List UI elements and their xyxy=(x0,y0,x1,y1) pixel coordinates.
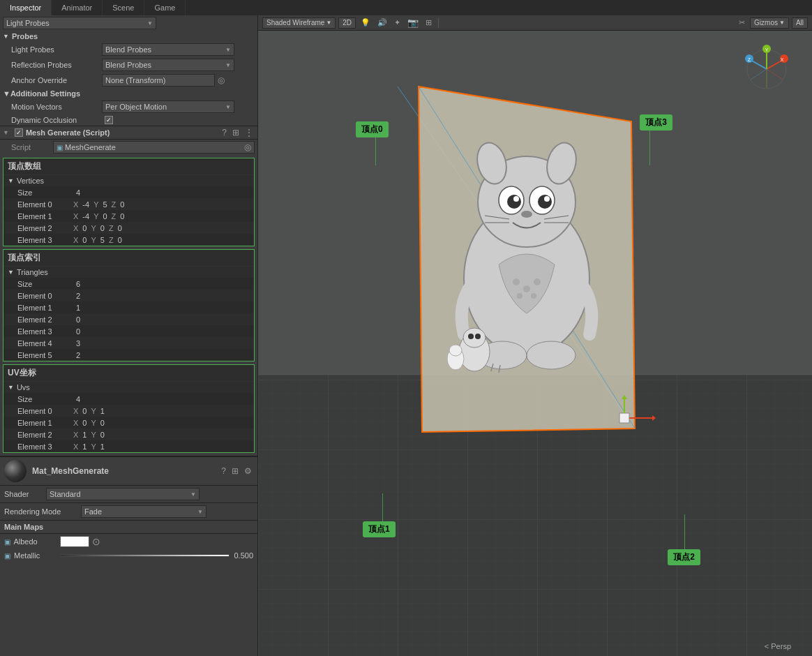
grid-icon[interactable]: ⊞ xyxy=(423,18,434,27)
albedo-color-swatch[interactable] xyxy=(60,536,89,547)
vertices-section-header[interactable]: ▼ Vertices xyxy=(3,175,254,186)
reflection-probes-dropdown[interactable]: Blend Probes ▼ xyxy=(102,59,234,71)
inspector-tab-label: Inspector xyxy=(10,3,41,12)
gizmos-button[interactable]: Gizmos ▼ xyxy=(750,17,789,29)
axis-indicator: X Y Z xyxy=(742,45,791,94)
motion-vectors-label: Motion Vectors xyxy=(11,103,102,111)
motion-vectors-dropdown[interactable]: Per Object Motion ▼ xyxy=(102,100,234,113)
material-menu-icon[interactable]: ⚙ xyxy=(243,466,253,476)
shaded-wireframe-arrow: ▼ xyxy=(326,20,331,26)
uv-title-cn: UV坐标 xyxy=(8,367,250,379)
reflection-probes-value-container: Blend Probes ▼ xyxy=(102,59,255,71)
all-button[interactable]: All xyxy=(792,17,808,29)
uv-section-header[interactable]: ▼ Uvs xyxy=(3,382,254,393)
script-menu-icon[interactable]: ⋮ xyxy=(243,128,255,137)
animator-tab[interactable]: Animator xyxy=(52,0,103,15)
albedo-picker-icon[interactable]: ⊙ xyxy=(92,536,100,547)
triangles-size-row: Size 6 xyxy=(3,278,254,290)
transform-icon[interactable]: ✂ xyxy=(737,18,747,27)
probes-header-label: Probes xyxy=(12,32,38,40)
script-enabled-checkbox[interactable] xyxy=(15,128,23,137)
vertices-element-1: Element 1 X-4 Y0 Z0 xyxy=(3,210,254,222)
shader-dropdown[interactable]: Standard ▼ xyxy=(46,488,200,500)
light-probes-dropdown[interactable]: Blend Probes ▼ xyxy=(102,43,234,56)
uv-section-label: Uvs xyxy=(17,383,30,392)
light-probes-top-dropdown[interactable]: Light Probes ▼ xyxy=(3,17,156,29)
material-settings-icon[interactable]: ⊞ xyxy=(230,466,240,476)
shaded-wireframe-label: Shaded Wireframe xyxy=(266,19,324,27)
reflection-probes-dropdown-value: Blend Probes xyxy=(105,61,151,69)
vertex-2-line xyxy=(684,514,686,549)
vertex-label-0: 顶点0 xyxy=(356,121,389,137)
uv-element-0: Element 0 X0 Y1 xyxy=(3,405,254,417)
material-help-icon[interactable]: ? xyxy=(220,466,227,476)
script-settings-icon[interactable]: ⊞ xyxy=(231,128,241,137)
script-collapse-arrow[interactable]: ▼ xyxy=(3,129,9,136)
uv-element-3: Element 3 X1 Y1 xyxy=(3,440,254,452)
viewport-toolbar: Shaded Wireframe ▼ 2D 💡 🔊 ✦ 📷 ⊞ ✂ Gizmos… xyxy=(258,15,812,31)
vertices-size-row: Size 4 xyxy=(3,186,254,198)
tri-element-4: Element 4 3 xyxy=(3,337,254,349)
additional-settings-header[interactable]: ▼ Additional Settings xyxy=(0,88,257,99)
vertex-3-line xyxy=(649,131,651,165)
vertices-element-2: Element 2 X0 Y0 Z0 xyxy=(3,222,254,234)
rendering-mode-dropdown[interactable]: Fade ▼ xyxy=(81,505,206,518)
top-tabs-bar: Inspector Animator Scene Game xyxy=(0,0,812,15)
svg-point-36 xyxy=(475,334,481,339)
reflection-probes-row: Reflection Probes Blend Probes ▼ xyxy=(0,57,257,73)
vertex-0-badge: 顶点0 xyxy=(356,121,389,137)
viewport: Shaded Wireframe ▼ 2D 💡 🔊 ✦ 📷 ⊞ ✂ Gizmos… xyxy=(258,15,812,656)
probes-section-header[interactable]: ▼ Probes xyxy=(0,31,257,42)
fx-icon[interactable]: ✦ xyxy=(392,18,403,27)
albedo-mesh-icon: ▣ xyxy=(4,538,10,546)
vertex-0-text: 顶点0 xyxy=(361,124,383,134)
audio-icon[interactable]: 🔊 xyxy=(375,18,389,27)
metallic-row: ▣ Metallic 0.500 xyxy=(0,549,257,562)
camera-icon[interactable]: 📷 xyxy=(405,17,421,28)
anchor-override-input[interactable]: None (Transform) xyxy=(102,74,215,87)
additional-settings-label: Additional Settings xyxy=(10,89,80,98)
albedo-row: ▣ Albedo ⊙ xyxy=(0,534,257,549)
game-tab[interactable]: Game xyxy=(144,0,186,15)
target-icon[interactable]: ◎ xyxy=(218,75,225,85)
svg-point-14 xyxy=(507,195,521,209)
svg-text:X: X xyxy=(781,57,784,62)
script-icon-group: ? ⊞ ⋮ xyxy=(220,128,255,137)
uv-size-label: Size xyxy=(17,395,73,403)
svg-point-18 xyxy=(521,211,532,218)
script-target-icon[interactable]: ◎ xyxy=(244,142,251,152)
scene-tab[interactable]: Scene xyxy=(103,0,144,15)
dynamic-occlusion-label: Dynamic Occlusion xyxy=(11,116,102,124)
light-probes-value-container: Blend Probes ▼ xyxy=(102,43,255,56)
svg-text:Z: Z xyxy=(748,57,751,62)
svg-rect-39 xyxy=(619,413,629,423)
main-maps-header: Main Maps xyxy=(0,521,257,534)
metallic-slider[interactable] xyxy=(60,554,230,557)
triangles-section-label: Triangles xyxy=(17,268,48,276)
anchor-override-row: Anchor Override None (Transform) ◎ xyxy=(0,73,257,88)
rendering-mode-value: Fade xyxy=(84,507,102,516)
game-tab-label: Game xyxy=(154,3,175,12)
script-value: ▣ MeshGenerate ◎ xyxy=(53,141,255,154)
dynamic-occlusion-row: Dynamic Occlusion xyxy=(0,114,257,126)
svg-point-26 xyxy=(517,293,522,299)
all-label: All xyxy=(796,19,804,27)
scene-tab-label: Scene xyxy=(112,3,134,12)
triangles-section-header[interactable]: ▼ Triangles xyxy=(3,267,254,278)
svg-line-56 xyxy=(751,69,767,80)
animator-tab-label: Animator xyxy=(61,3,92,12)
light-probes-top-value: Light Probes xyxy=(6,19,50,27)
shaded-wireframe-button[interactable]: Shaded Wireframe ▼ xyxy=(262,17,336,29)
script-help-icon[interactable]: ? xyxy=(220,128,228,137)
inspector-tab[interactable]: Inspector xyxy=(0,0,52,15)
uv-element-2: Element 2 X1 Y0 xyxy=(3,428,254,440)
viewport-content: X Y Z < Persp xyxy=(258,31,812,656)
material-preview-sphere xyxy=(4,460,27,482)
light-icon[interactable]: 💡 xyxy=(359,18,373,27)
dynamic-occlusion-checkbox[interactable] xyxy=(105,116,113,124)
2d-button[interactable]: 2D xyxy=(338,17,356,29)
script-label: Script xyxy=(11,143,53,151)
vertices-section-label: Vertices xyxy=(17,177,44,185)
svg-point-17 xyxy=(544,196,550,202)
vertex-label-3: 顶点3 xyxy=(640,114,672,131)
